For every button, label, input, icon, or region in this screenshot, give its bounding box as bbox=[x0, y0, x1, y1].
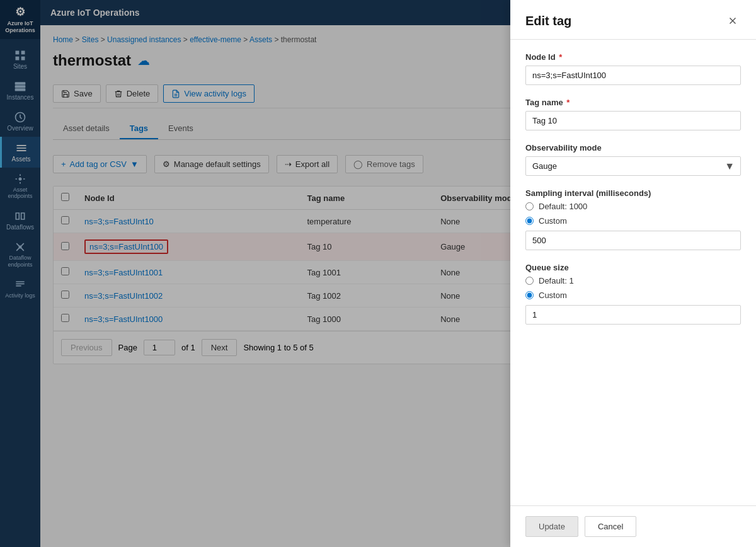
sampling-default-radio[interactable] bbox=[525, 202, 534, 210]
queue-custom-label: Custom bbox=[539, 291, 567, 300]
queue-default-radio[interactable] bbox=[525, 277, 534, 285]
update-label: Update bbox=[539, 522, 565, 531]
queue-custom-radio[interactable] bbox=[525, 291, 534, 299]
node-id-label: Node Id * bbox=[525, 52, 741, 62]
queue-custom-input[interactable] bbox=[525, 305, 741, 325]
sampling-default-option[interactable]: Default: 1000 bbox=[525, 202, 741, 211]
sampling-interval-label: Sampling interval (milliseconds) bbox=[525, 188, 741, 198]
queue-size-label: Queue size bbox=[525, 263, 741, 272]
cancel-label: Cancel bbox=[598, 522, 623, 531]
edit-panel-footer: Update Cancel bbox=[510, 505, 756, 547]
tag-name-group: Tag name * bbox=[525, 98, 741, 130]
sampling-default-label: Default: 1000 bbox=[539, 202, 587, 211]
close-icon bbox=[727, 15, 738, 26]
node-id-group: Node Id * bbox=[525, 52, 741, 85]
cancel-button[interactable]: Cancel bbox=[585, 516, 636, 537]
tag-name-input[interactable] bbox=[525, 111, 741, 130]
edit-panel-body: Node Id * Tag name * Observability mode … bbox=[510, 40, 756, 505]
queue-default-option[interactable]: Default: 1 bbox=[525, 276, 741, 285]
sampling-custom-input[interactable] bbox=[525, 231, 741, 250]
tag-name-label: Tag name * bbox=[525, 98, 741, 107]
queue-radio-group: Default: 1 Custom bbox=[525, 276, 741, 300]
observability-mode-select[interactable]: None Gauge Counter Histogram Log bbox=[525, 156, 741, 176]
queue-custom-option[interactable]: Custom bbox=[525, 291, 741, 300]
sampling-radio-group: Default: 1000 Custom bbox=[525, 202, 741, 226]
edit-panel-title: Edit tag bbox=[525, 14, 571, 28]
sampling-custom-option[interactable]: Custom bbox=[525, 216, 741, 226]
observability-mode-label: Observability mode bbox=[525, 143, 741, 153]
update-button[interactable]: Update bbox=[525, 516, 578, 537]
sampling-custom-radio[interactable] bbox=[525, 217, 534, 225]
node-id-input[interactable] bbox=[525, 66, 741, 85]
queue-size-group: Queue size Default: 1 Custom bbox=[525, 263, 741, 325]
observability-mode-group: Observability mode None Gauge Counter Hi… bbox=[525, 143, 741, 176]
edit-panel: Edit tag Node Id * Tag name * Observabil… bbox=[510, 0, 756, 547]
sampling-custom-label: Custom bbox=[539, 216, 567, 226]
edit-panel-header: Edit tag bbox=[510, 0, 756, 40]
close-button[interactable] bbox=[724, 13, 741, 29]
sampling-interval-group: Sampling interval (milliseconds) Default… bbox=[525, 188, 741, 250]
queue-default-label: Default: 1 bbox=[539, 276, 574, 285]
